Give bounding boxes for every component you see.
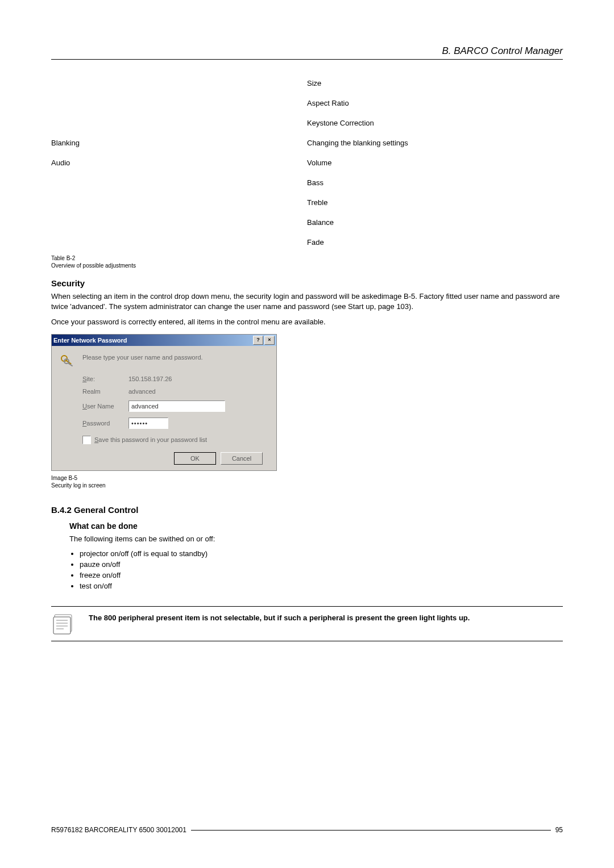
footer-left: R5976182 BARCOREALITY 6500 30012001 <box>51 826 186 834</box>
table-caption: Table B-2 Overview of possible adjustmen… <box>51 254 563 269</box>
table-cell: Changing the blanking settings <box>307 133 563 153</box>
ok-button[interactable]: OK <box>174 452 216 465</box>
caption-line: Image B-5 <box>51 474 563 482</box>
password-dialog: Enter Network Password ? × Please type y… <box>51 334 277 471</box>
note-box: The 800 peripheral present item is not s… <box>51 606 563 641</box>
bullet-list: projector on/off (off is equal to standb… <box>69 549 563 590</box>
caption-line: Table B-2 <box>51 254 563 262</box>
page-number: 95 <box>555 826 563 834</box>
table-cell <box>51 232 307 252</box>
keys-icon <box>60 354 76 370</box>
site-value: 150.158.197.26 <box>128 375 268 382</box>
realm-value: advanced <box>128 388 268 395</box>
table-cell: Treble <box>307 193 563 212</box>
caption-line: Overview of possible adjustments <box>51 262 563 269</box>
list-item: pauze on/off <box>80 560 563 569</box>
svg-rect-5 <box>53 617 70 634</box>
realm-label: Realm <box>82 388 125 395</box>
list-item: test on/off <box>80 582 563 590</box>
table-cell <box>51 212 307 232</box>
image-caption: Image B-5 Security log in screen <box>51 474 563 489</box>
table-cell: Aspect Ratio <box>307 93 563 113</box>
table-cell <box>51 73 307 93</box>
footer-rule <box>191 830 551 831</box>
table-cell <box>51 113 307 133</box>
body-paragraph: The following items can be swithed on or… <box>69 534 563 544</box>
password-field[interactable] <box>128 418 168 429</box>
page-header: B. BARCO Control Manager <box>51 45 563 60</box>
table-cell <box>51 173 307 193</box>
dialog-prompt: Please type your user name and password. <box>82 354 203 361</box>
note-text: The 800 peripheral present item is not s… <box>89 612 563 622</box>
page-footer: R5976182 BARCOREALITY 6500 30012001 95 <box>51 826 563 834</box>
close-button[interactable]: × <box>264 336 275 345</box>
save-password-label: Save this password in your password list… <box>94 436 207 443</box>
note-icon <box>51 612 76 635</box>
table-cell: Balance <box>307 212 563 232</box>
table-cell <box>51 93 307 113</box>
list-item: projector on/off (off is equal to standb… <box>80 549 563 558</box>
table-cell: Blanking <box>51 133 307 153</box>
table-cell: Volume <box>307 153 563 173</box>
body-paragraph: Once your password is correctly entered,… <box>51 317 563 327</box>
adjustments-table: Size Aspect Ratio Keystone Correction Bl… <box>51 73 563 252</box>
list-item: freeze on/off <box>80 571 563 579</box>
table-cell: Keystone Correction <box>307 113 563 133</box>
table-cell: Audio <box>51 153 307 173</box>
table-cell <box>51 193 307 212</box>
password-label: PasswordPassword <box>82 420 125 427</box>
save-password-checkbox[interactable] <box>82 436 91 444</box>
username-label: User NameUser Name <box>82 403 125 410</box>
table-cell: Size <box>307 73 563 93</box>
security-heading: Security <box>51 278 563 288</box>
site-label: SSite:ite: <box>82 375 125 382</box>
dialog-titlebar: Enter Network Password ? × <box>52 335 276 346</box>
body-paragraph: When selecting an item in the control dr… <box>51 291 563 311</box>
table-cell: Fade <box>307 232 563 252</box>
username-field[interactable] <box>128 400 225 412</box>
help-button[interactable]: ? <box>253 336 263 345</box>
table-cell: Bass <box>307 173 563 193</box>
general-control-heading: B.4.2 General Control <box>51 505 563 515</box>
cancel-button[interactable]: Cancel <box>221 452 263 465</box>
caption-line: Security log in screen <box>51 482 563 489</box>
dialog-title: Enter Network Password <box>53 337 252 344</box>
what-can-be-done-heading: What can be done <box>69 521 563 531</box>
